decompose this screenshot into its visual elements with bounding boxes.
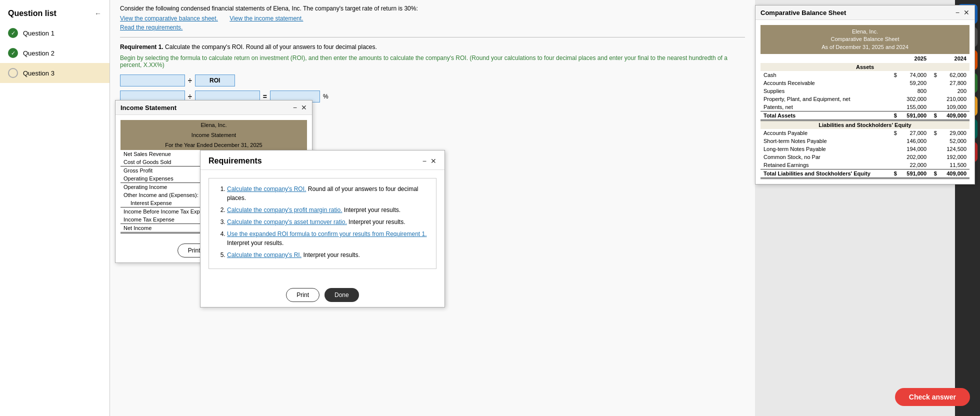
liab-header: Liabilities and Stockholders' Equity: [760, 120, 970, 130]
bs-pat-2025: 155,000: [900, 103, 930, 112]
bs-pat-2024: 109,000: [940, 103, 970, 112]
bs-ap-2025: 27,000: [900, 129, 930, 137]
bs-tl-2024: 409,000: [940, 170, 970, 178]
req-item-4-text: Interpret your results.: [227, 240, 284, 246]
bs-tl-sym2: $: [930, 170, 940, 178]
intro-text: Consider the following condensed financi…: [120, 5, 745, 12]
bs-panel-titlebar: Comparative Balance Sheet − ✕: [756, 6, 974, 20]
bs-cash-sym: $: [890, 71, 900, 79]
is-period: For the Year Ended December 31, 2025: [120, 140, 307, 150]
list-item: Use the expanded ROI formula to confirm …: [227, 230, 428, 248]
table-row: Retained Earnings 22,000 11,500: [760, 161, 970, 170]
income-close-btn[interactable]: ✕: [301, 104, 307, 112]
bs-company: Elena, Inc. Comparative Balance Sheet As…: [760, 25, 970, 54]
pct-label: %: [323, 93, 328, 100]
bs-ltnp-2025: 194,000: [900, 145, 930, 153]
list-item: Calculate the company's RI. Interpret yo…: [227, 250, 428, 260]
bs-ar-2024: 27,800: [940, 79, 970, 87]
bs-col-2025-header: 2025: [890, 54, 930, 63]
req-close-btn[interactable]: ✕: [430, 157, 436, 165]
sidebar-item-q3[interactable]: Question 3: [0, 63, 110, 83]
req-done-btn[interactable]: Done: [324, 288, 359, 302]
bs-ap-sym: $: [890, 129, 900, 137]
check-answer-button[interactable]: Check answer: [895, 388, 970, 406]
req-item-5-link[interactable]: Calculate the company's RI.: [227, 252, 302, 258]
q1-status-icon: ✓: [8, 28, 18, 38]
bs-pat-label: Patents, net: [760, 103, 890, 112]
link-balance-sheet[interactable]: View the comparative balance sheet.: [120, 15, 218, 22]
req-panel-controls: − ✕: [422, 157, 436, 165]
table-row: Supplies 800 200: [760, 87, 970, 95]
bs-minimize-btn[interactable]: −: [956, 8, 960, 16]
bs-ppe-label: Property, Plant, and Equipment, net: [760, 95, 890, 103]
bs-ta-2024: 409,000: [940, 112, 970, 120]
bs-table-container: Elena, Inc. Comparative Balance Sheet As…: [756, 20, 974, 184]
roi-label-box: ROI: [195, 74, 235, 86]
is-company: Elena, Inc.: [120, 120, 307, 130]
bs-ta-sym: $: [890, 112, 900, 120]
req-label-bold: Requirement 1.: [120, 44, 164, 50]
sidebar-item-q1[interactable]: ✓ Question 1: [0, 23, 110, 43]
income-panel-titlebar: Income Statement − ✕: [116, 100, 312, 115]
table-row: Assets: [760, 63, 970, 71]
bs-ltnp-label: Long-term Notes Payable: [760, 145, 890, 153]
collapse-icon[interactable]: ←: [94, 10, 102, 18]
bs-ap-2024: 29,000: [940, 129, 970, 137]
table-row: Property, Plant, and Equipment, net 302,…: [760, 95, 970, 103]
bs-panel-title: Comparative Balance Sheet: [760, 9, 846, 16]
bs-cs-2024: 192,000: [940, 153, 970, 161]
bs-close-btn[interactable]: ✕: [964, 8, 970, 16]
req-minimize-btn[interactable]: −: [422, 157, 426, 165]
table-row: Total Liabilities and Stockholders' Equi…: [760, 170, 970, 178]
q1-label: Question 1: [23, 30, 54, 37]
bs-tl-label: Total Liabilities and Stockholders' Equi…: [760, 170, 890, 178]
divide-op-2: ÷: [188, 92, 192, 100]
bs-col-2024-header: 2024: [930, 54, 970, 63]
bs-cash-sym2: $: [930, 71, 940, 79]
req-item-1-link[interactable]: Calculate the company's ROI.: [227, 186, 306, 192]
bs-cash-label: Cash: [760, 71, 890, 79]
bs-stnp-2025: 146,000: [900, 137, 930, 145]
sidebar-title-text: Question list: [8, 9, 56, 18]
bs-sup-2025: 800: [900, 87, 930, 95]
list-item: Calculate the company's profit margin ra…: [227, 206, 428, 214]
income-panel-title: Income Statement: [120, 104, 176, 112]
bs-table: 2025 2024 Assets Cash $ 74,000 $ 62,000 …: [760, 54, 970, 179]
req-print-btn[interactable]: Print: [286, 288, 320, 302]
list-item: Calculate the company's ROI. Round all o…: [227, 184, 428, 202]
list-item: Calculate the company's asset turnover r…: [227, 218, 428, 226]
bs-re-2025: 22,000: [900, 161, 930, 170]
is-subtitle: Income Statement: [120, 130, 307, 140]
req-panel-body: Calculate the company's ROI. Round all o…: [200, 170, 444, 283]
bs-ta-2025: 591,000: [900, 112, 930, 120]
req-item-5-text: Interpret your results.: [303, 252, 360, 258]
income-minimize-btn[interactable]: −: [293, 104, 297, 112]
table-row: Total Assets $ 591,000 $ 409,000: [760, 112, 970, 120]
req-link-area: Read the requirements.: [120, 24, 745, 31]
sidebar-item-q2[interactable]: ✓ Question 2: [0, 43, 110, 63]
bs-tl-sym: $: [890, 170, 900, 178]
bs-ap-label: Accounts Payable: [760, 129, 890, 137]
bs-panel-controls: − ✕: [956, 8, 970, 16]
link-requirements[interactable]: Read the requirements.: [120, 24, 182, 31]
req-label: Requirement 1. Calculate the company's R…: [120, 44, 745, 50]
req-item-3-link[interactable]: Calculate the company's asset turnover r…: [227, 218, 347, 226]
table-row: Accounts Payable $ 27,000 $ 29,000: [760, 129, 970, 137]
sidebar: Question list ← ✓ Question 1 ✓ Question …: [0, 0, 110, 416]
formula-row-1: ÷ ROI: [120, 74, 745, 86]
req-panel-title-text: Requirements: [208, 156, 262, 166]
req-item-2-link[interactable]: Calculate the company's profit margin ra…: [227, 206, 342, 214]
assets-header: Assets: [760, 63, 970, 71]
table-row: Patents, net 155,000 109,000: [760, 103, 970, 112]
req-item-2-text: Interpret your results.: [344, 206, 400, 214]
bs-ar-label: Accounts Receivable: [760, 79, 890, 87]
link-income-statement[interactable]: View the income statement.: [230, 15, 303, 22]
divider: [120, 37, 745, 38]
req-list: Calculate the company's ROI. Round all o…: [217, 184, 428, 260]
req-items-box: Calculate the company's ROI. Round all o…: [208, 178, 436, 269]
bs-cs-2025: 202,000: [900, 153, 930, 161]
roi-numerator-input[interactable]: [120, 74, 185, 86]
bs-sup-2024: 200: [940, 87, 970, 95]
req-item-4-link[interactable]: Use the expanded ROI formula to confirm …: [227, 230, 427, 238]
table-row: Liabilities and Stockholders' Equity: [760, 120, 970, 130]
